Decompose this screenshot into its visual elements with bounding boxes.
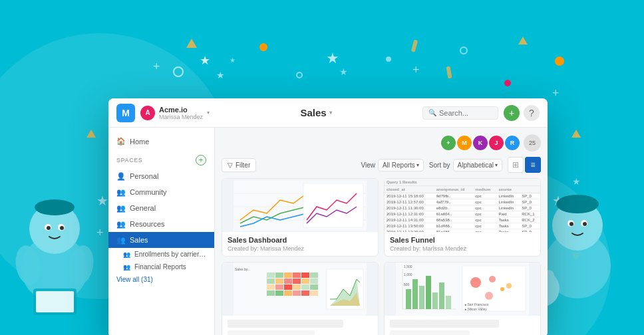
card-info-4 [385,316,540,335]
card-title-1: Sales Dashboard [228,236,373,244]
svg-rect-43 [267,284,275,290]
view-toggle: ⊞ ≡ [508,157,541,173]
svg-point-75 [485,292,493,300]
search-input[interactable] [439,109,492,117]
enrollments-icon: 👥 [123,251,130,258]
header-actions: + ? [504,105,540,121]
card-3[interactable]: Sales by... [222,262,379,335]
svg-point-73 [489,276,496,282]
grid-view-button[interactable]: ⊞ [508,157,524,173]
view-dropdown[interactable]: All Reports ▾ [378,159,424,171]
card-sales-funnel[interactable]: Query 1 Results closed_at anonymous_id [384,178,541,257]
page-title: Sales ▾ [300,107,331,118]
svg-rect-41 [301,279,309,284]
sidebar-subitem-enrollments[interactable]: 👥 Enrollments by carrier for AD a... [108,248,214,261]
svg-rect-67 [446,296,451,309]
svg-rect-47 [301,284,309,290]
sidebar-item-resources[interactable]: 👥 Resources [108,216,214,232]
svg-rect-34 [293,273,301,278]
app-window: M A Acme.io Marissa Mendez ▾ Sales ▾ 🔍 +… [108,98,548,335]
sort-chevron: ▾ [495,162,498,168]
workspace-selector[interactable]: A Acme.io Marissa Mendez ▾ [140,106,210,120]
svg-rect-31 [267,273,275,278]
svg-rect-40 [293,279,301,284]
svg-rect-42 [310,279,318,284]
sidebar-item-sales[interactable]: 👥 Sales [108,232,214,248]
search-box[interactable]: 🔍 [422,106,498,120]
app-body: 🏠 Home SPACES + 👤 Personal 👥 Community 👥… [108,128,548,335]
filter-button[interactable]: ▽ Filter [222,158,256,172]
card-preview-4: 1,500 1,000 500 ● San Francisco ● Silic [385,263,540,316]
filter-icon: ▽ [228,162,233,169]
sort-selector: Sort by Alphabetical ▾ [429,159,502,171]
card-info-2: Sales Funnel Created by: Marissa Mendez [385,232,540,256]
svg-text:500: 500 [404,282,410,286]
svg-text:● San Francisco: ● San Francisco [464,302,489,306]
sidebar: 🏠 Home SPACES + 👤 Personal 👥 Community 👥… [108,128,215,335]
svg-rect-44 [275,284,283,290]
svg-point-72 [470,277,481,288]
svg-rect-54 [310,290,318,296]
view-chevron: ▾ [416,162,419,168]
search-icon: 🔍 [428,109,436,116]
sidebar-item-personal[interactable]: 👤 Personal [108,168,214,184]
svg-rect-51 [284,290,292,296]
sales-icon: 👥 [116,235,126,245]
community-icon: 👥 [116,187,126,197]
help-button[interactable]: ? [524,105,540,121]
svg-rect-39 [284,279,292,284]
svg-rect-35 [301,273,309,278]
sidebar-item-general[interactable]: 👥 General [108,200,214,216]
workspace-avatar: A [140,106,155,120]
sidebar-item-home[interactable]: 🏠 Home [108,133,214,150]
app-logo: M [116,104,135,122]
card-sales-dashboard[interactable]: Sales Dashboard Created by: Marissa Mend… [222,178,379,257]
svg-rect-48 [310,284,318,290]
svg-rect-65 [432,292,438,309]
spaces-section-header: SPACES + [108,150,214,168]
character-left [0,136,110,335]
view-all-link[interactable]: View all (31) [108,273,214,286]
card-4[interactable]: 1,500 1,000 500 ● San Francisco ● Silic [384,262,541,335]
svg-text:1,000: 1,000 [404,273,412,277]
svg-rect-49 [267,290,275,296]
svg-rect-63 [419,286,424,309]
avatar-3: J [488,134,505,152]
card-subtitle-2: Created by: Marissa Mendez [390,245,535,252]
card-subtitle-4 [390,330,470,335]
card-info-3 [222,316,378,335]
svg-rect-46 [293,284,301,290]
add-collaborator-avatar[interactable]: + [440,134,457,152]
sort-dropdown[interactable]: Alphabetical ▾ [453,159,502,171]
sidebar-subitem-financial[interactable]: 👥 Financial Reports [108,261,214,273]
svg-point-2 [35,199,75,215]
card-title-2: Sales Funnel [390,236,535,244]
svg-text:Sales by...: Sales by... [235,267,250,271]
personal-icon: 👤 [116,171,126,181]
reports-grid: Sales Dashboard Created by: Marissa Mend… [222,178,541,335]
list-view-button[interactable]: ≡ [525,157,541,173]
table-preview: Query 1 Results closed_at anonymous_id [385,179,540,232]
svg-rect-37 [267,279,275,284]
card-preview-2: Query 1 Results closed_at anonymous_id [385,179,540,232]
workspace-info: Acme.io Marissa Mendez [159,106,203,120]
svg-rect-64 [426,276,431,309]
home-icon: 🏠 [116,137,126,146]
view-selector: View All Reports ▾ [361,159,423,171]
svg-point-5 [47,226,51,230]
general-icon: 👥 [116,203,126,213]
svg-point-74 [500,287,504,291]
add-space-button[interactable]: + [196,155,206,166]
svg-rect-10 [36,291,74,312]
card-info-1: Sales Dashboard Created by: Marissa Mend… [222,232,378,256]
svg-point-6 [60,226,64,230]
financial-icon: 👥 [123,264,130,271]
add-button[interactable]: + [504,105,520,121]
svg-point-16 [569,222,573,226]
sidebar-item-community[interactable]: 👥 Community [108,184,214,200]
svg-rect-62 [412,279,418,309]
svg-point-13 [556,195,599,213]
svg-rect-33 [284,273,292,278]
card-title-4 [390,320,499,328]
svg-point-76 [506,283,512,288]
